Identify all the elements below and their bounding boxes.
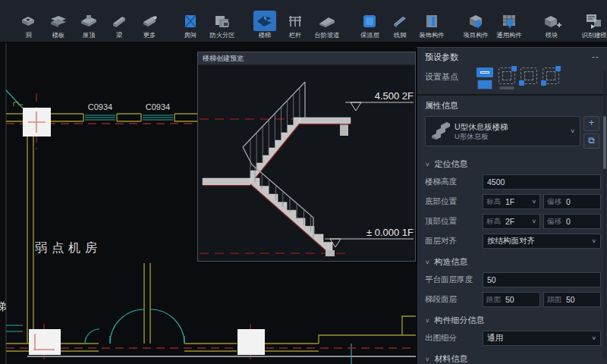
window-tag: C0934: [88, 102, 112, 111]
bottom-offset-input[interactable]: 偏移 0: [543, 194, 601, 209]
toolbar-label: 识别建模: [581, 31, 606, 38]
toolbar-button-hole[interactable]: 洞: [13, 0, 43, 42]
base-point-option-2[interactable]: [498, 67, 515, 89]
hole-icon: [19, 11, 37, 31]
toolbar-label: 屋顶: [83, 31, 96, 38]
toolbar-button-more[interactable]: 更多: [134, 0, 165, 42]
align-row: 面层对齐 按结构面对齐 ∨: [417, 231, 607, 251]
chevron-down-icon: ∨: [591, 238, 596, 244]
base-point-corners-icon: [543, 67, 559, 84]
section-subdivision[interactable]: ∨ 构件细分信息: [417, 309, 607, 328]
bottom-level-select[interactable]: 标高 1F ∨: [483, 194, 540, 209]
stair-preview-window: 楼梯创建预览 4.500 2F ± 0.000 1F: [197, 52, 416, 262]
stair-railings: [243, 82, 313, 238]
base-point-top-right-icon: [498, 67, 515, 84]
base-point-option-4[interactable]: [543, 67, 559, 89]
chevron-down-icon: ∨: [531, 218, 536, 224]
type-selector: U型休息板楼梯 U形休息板 ∨ + ⧉: [425, 116, 599, 149]
align-select[interactable]: 按结构面对齐 ∨: [483, 234, 601, 249]
toolbar-group-stairs: 楼梯 栏杆 台阶坡道: [246, 0, 348, 42]
toolbar-button-module[interactable]: 模块: [536, 0, 567, 42]
toolbar-button-generic-components[interactable]: 通用构件: [492, 0, 526, 42]
toolbar-button-floor-slab[interactable]: 楼板: [43, 0, 74, 42]
toolbar-button-room[interactable]: 房间: [175, 0, 206, 42]
type-buttons: + ⧉: [583, 116, 599, 149]
properties-panel: 预设参数 -- 设置基点 属性信息 U型休息板楼梯: [416, 47, 607, 364]
more-icon: [140, 11, 159, 31]
preview-title: 楼梯创建预览: [203, 54, 244, 64]
molding-icon: [391, 11, 409, 31]
toolbar-button-steps-ramp[interactable]: 台阶坡道: [310, 0, 344, 42]
add-type-button[interactable]: +: [583, 116, 599, 131]
section-construction[interactable]: ∨ 构造信息: [417, 251, 607, 270]
scrollbar-thumb[interactable]: [603, 116, 606, 169]
base-point-option-3[interactable]: [521, 67, 537, 89]
base-point-row: 设置基点: [417, 64, 607, 94]
base-point-options: [476, 67, 559, 89]
toolbar-label: 模块: [546, 31, 558, 38]
toolbar-group-recognize: 识别建模: [574, 0, 607, 42]
toolbar-button-molding[interactable]: 线脚: [385, 0, 415, 42]
copy-type-button[interactable]: ⧉: [583, 133, 599, 149]
module-icon: [542, 11, 561, 31]
chevron-down-icon: ∨: [570, 128, 575, 134]
toolbar-button-beam[interactable]: 梁: [104, 0, 134, 42]
toolbar-label: 洞: [25, 31, 31, 38]
chevron-down-icon: ∨: [531, 199, 536, 205]
platform-thickness-input[interactable]: 50: [483, 272, 601, 287]
detail-select[interactable]: 通用 ∨: [483, 331, 601, 346]
chevron-down-icon: ∨: [425, 318, 430, 324]
toolbar-button-project-components[interactable]: 项目构件: [459, 0, 492, 42]
toolbar-button-recognize-model[interactable]: 识别建模: [577, 0, 607, 42]
window-tag: C0934: [146, 102, 170, 111]
detail-row: 出图细分 通用 ∨: [417, 328, 607, 348]
toolbar-label: 更多: [143, 31, 156, 38]
elevation-marker-2f: 4.500 2F: [345, 90, 414, 111]
generic-components-icon: [499, 11, 519, 31]
bottom-position-row: 底部位置 标高 1F ∨ 偏移 0: [417, 192, 607, 212]
section-material[interactable]: ∨ 材料信息: [417, 348, 607, 364]
top-level-select[interactable]: 标高 2F ∨: [483, 214, 540, 229]
ribbon-toolbar: 洞 楼板 屋顶 梁 更多: [0, 0, 607, 43]
toolbar-label: 栏杆: [289, 31, 302, 38]
insulation-icon: [361, 11, 378, 31]
toolbar-group-components: 项目构件 通用构件: [455, 0, 530, 42]
toolbar-button-stairs[interactable]: 楼梯: [250, 0, 280, 42]
stair-type-dropdown[interactable]: U型休息板楼梯 U形休息板 ∨: [425, 116, 580, 146]
toolbar-label: 线脚: [394, 31, 407, 38]
tread-finish-input[interactable]: 踏面 50: [483, 292, 540, 307]
toolbar-label: 装饰构件: [419, 31, 444, 38]
base-point-bottom-left-icon: [521, 67, 537, 84]
roof-icon: [79, 11, 99, 31]
collapse-icon[interactable]: --: [592, 52, 599, 62]
preview-title-bar[interactable]: 楼梯创建预览: [198, 52, 415, 65]
properties-title: 属性信息: [417, 96, 607, 115]
railing-icon: [286, 11, 304, 31]
panel-header: 预设参数 --: [417, 48, 607, 64]
toolbar-button-roof[interactable]: 屋顶: [74, 0, 104, 42]
stair-section-view: 4.500 2F ± 0.000 1F: [198, 65, 415, 262]
riser-finish-input[interactable]: 踢面 50: [543, 292, 601, 307]
decor-component-icon: [423, 11, 441, 31]
toolbar-button-fire-zone[interactable]: 防火分区: [206, 0, 239, 42]
chevron-down-icon: ∨: [425, 356, 430, 362]
panel-scrollbar[interactable]: [603, 71, 606, 359]
stair-type-icon: [430, 122, 450, 140]
toolbar-label: 保温层: [360, 31, 379, 38]
svg-text:± 0.000 1F: ± 0.000 1F: [366, 227, 414, 238]
stair-type-text: U型休息板楼梯 U形休息板: [454, 122, 565, 141]
elevation-marker-1f: ± 0.000 1F: [325, 227, 414, 247]
project-components-icon: [466, 11, 486, 31]
toolbar-button-railing[interactable]: 栏杆: [280, 0, 310, 42]
section-position[interactable]: ∨ 定位信息: [417, 153, 607, 172]
top-offset-input[interactable]: 偏移 0: [543, 214, 601, 229]
cad-symbol: [14, 102, 23, 106]
toolbar-label: 梁: [116, 31, 122, 38]
base-point-option-1[interactable]: [476, 67, 493, 89]
window-symbols: [6, 115, 173, 331]
stair-height-row: 楼梯高度 4500: [417, 172, 607, 192]
toolbar-button-decor-component[interactable]: 装饰构件: [415, 0, 448, 42]
toolbar-button-insulation[interactable]: 保温层: [354, 0, 385, 42]
partial-label: 梯: [0, 300, 6, 312]
stair-height-input[interactable]: 4500: [483, 174, 601, 190]
